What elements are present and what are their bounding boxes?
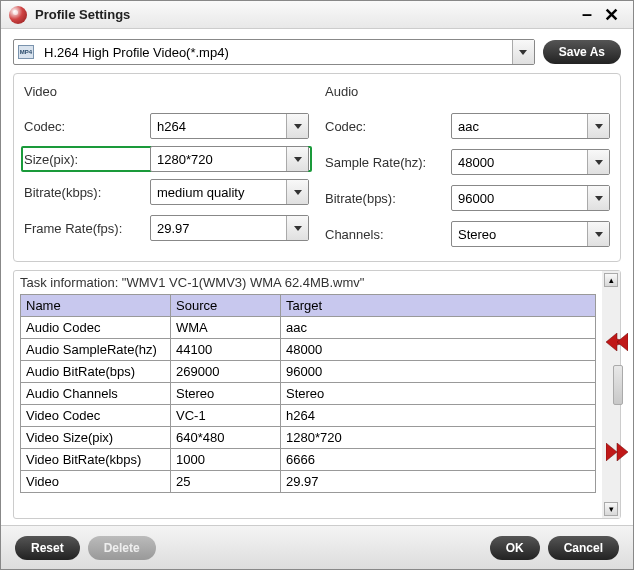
table-cell: Stereo — [171, 383, 281, 405]
content: MP4 H.264 High Profile Video(*.mp4) Save… — [1, 29, 633, 525]
video-size-label: Size(pix): — [24, 152, 150, 167]
table-cell: Video — [21, 471, 171, 493]
delete-button[interactable]: Delete — [88, 536, 156, 560]
table-cell: 25 — [171, 471, 281, 493]
table-row: Audio BitRate(bps)26900096000 — [21, 361, 596, 383]
table-cell: 29.97 — [281, 471, 596, 493]
video-fps-label: Frame Rate(fps): — [24, 221, 150, 236]
chevron-down-icon[interactable] — [286, 180, 308, 204]
video-size-select[interactable]: 1280*720 — [150, 146, 309, 172]
window-title: Profile Settings — [35, 7, 130, 22]
audio-bitrate-select[interactable]: 96000 — [451, 185, 610, 211]
svg-marker-11 — [606, 443, 617, 461]
task-info-panel: Task information: "WMV1 VC-1(WMV3) WMA 6… — [13, 270, 621, 519]
table-cell: Audio SampleRate(hz) — [21, 339, 171, 361]
reset-button[interactable]: Reset — [15, 536, 80, 560]
table-cell: WMA — [171, 317, 281, 339]
table-cell: 6666 — [281, 449, 596, 471]
svg-marker-0 — [519, 50, 527, 55]
profile-select[interactable]: MP4 H.264 High Profile Video(*.mp4) — [13, 39, 535, 65]
table-row: Video BitRate(kbps)10006666 — [21, 449, 596, 471]
task-col-name: Name — [21, 295, 171, 317]
chevron-down-icon[interactable] — [286, 114, 308, 138]
table-cell: VC-1 — [171, 405, 281, 427]
minimize-icon[interactable]: – — [576, 4, 598, 25]
save-as-button[interactable]: Save As — [543, 40, 621, 64]
task-scrollbar[interactable]: ▴ ▾ — [602, 271, 620, 518]
table-cell: h264 — [281, 405, 596, 427]
audio-channels-label: Channels: — [325, 227, 451, 242]
table-cell: Video BitRate(kbps) — [21, 449, 171, 471]
table-cell: Audio BitRate(bps) — [21, 361, 171, 383]
task-col-target: Target — [281, 295, 596, 317]
chevron-down-icon[interactable] — [286, 147, 308, 171]
table-cell: 269000 — [171, 361, 281, 383]
bottom-bar: Reset Delete OK Cancel — [1, 525, 633, 569]
svg-marker-3 — [294, 190, 302, 195]
svg-marker-1 — [294, 124, 302, 129]
app-icon — [9, 6, 27, 24]
task-inner: Task information: "WMV1 VC-1(WMV3) WMA 6… — [14, 271, 602, 518]
table-row: Audio SampleRate(hz)4410048000 — [21, 339, 596, 361]
next-task-icon[interactable] — [606, 447, 628, 464]
table-cell: Video Codec — [21, 405, 171, 427]
table-row: Audio ChannelsStereoStereo — [21, 383, 596, 405]
task-col-source: Source — [171, 295, 281, 317]
chevron-down-icon[interactable] — [587, 222, 609, 246]
chevron-down-icon[interactable] — [587, 150, 609, 174]
task-title: Task information: "WMV1 VC-1(WMV3) WMA 6… — [20, 275, 596, 290]
window: Profile Settings – ✕ MP4 H.264 High Prof… — [0, 0, 634, 570]
video-bitrate-select[interactable]: medium quality — [150, 179, 309, 205]
prev-task-icon[interactable] — [606, 337, 628, 354]
svg-marker-5 — [595, 124, 603, 129]
audio-section-label: Audio — [325, 84, 610, 99]
profile-select-text: H.264 High Profile Video(*.mp4) — [38, 45, 512, 60]
table-cell: 96000 — [281, 361, 596, 383]
video-bitrate-label: Bitrate(kbps): — [24, 185, 150, 200]
settings-panel: Video Codec: h264 Size(pix): 1280*720 Bi… — [13, 73, 621, 262]
scroll-down-icon[interactable]: ▾ — [604, 502, 618, 516]
table-cell: 1000 — [171, 449, 281, 471]
svg-marker-12 — [617, 443, 628, 461]
svg-marker-10 — [617, 333, 628, 351]
table-cell: 1280*720 — [281, 427, 596, 449]
audio-channels-select[interactable]: Stereo — [451, 221, 610, 247]
audio-bitrate-label: Bitrate(bps): — [325, 191, 451, 206]
svg-marker-2 — [294, 157, 302, 162]
table-row: Video Size(pix)640*4801280*720 — [21, 427, 596, 449]
scroll-thumb[interactable] — [613, 365, 623, 405]
table-cell: Stereo — [281, 383, 596, 405]
audio-codec-select[interactable]: aac — [451, 113, 610, 139]
scroll-up-icon[interactable]: ▴ — [604, 273, 618, 287]
profile-codec-icon: MP4 — [18, 45, 34, 59]
table-cell: Video Size(pix) — [21, 427, 171, 449]
svg-marker-6 — [595, 160, 603, 165]
table-cell: 640*480 — [171, 427, 281, 449]
ok-button[interactable]: OK — [490, 536, 540, 560]
chevron-down-icon[interactable] — [512, 40, 534, 64]
titlebar: Profile Settings – ✕ — [1, 1, 633, 29]
chevron-down-icon[interactable] — [587, 186, 609, 210]
cancel-button[interactable]: Cancel — [548, 536, 619, 560]
audio-samplerate-select[interactable]: 48000 — [451, 149, 610, 175]
table-cell: Audio Codec — [21, 317, 171, 339]
chevron-down-icon[interactable] — [587, 114, 609, 138]
audio-samplerate-label: Sample Rate(hz): — [325, 155, 451, 170]
task-table: Name Source Target Audio CodecWMAaacAudi… — [20, 294, 596, 493]
svg-marker-4 — [294, 226, 302, 231]
table-cell: aac — [281, 317, 596, 339]
close-icon[interactable]: ✕ — [598, 4, 625, 26]
audio-codec-label: Codec: — [325, 119, 451, 134]
video-codec-select[interactable]: h264 — [150, 113, 309, 139]
chevron-down-icon[interactable] — [286, 216, 308, 240]
table-cell: 48000 — [281, 339, 596, 361]
video-fps-select[interactable]: 29.97 — [150, 215, 309, 241]
video-section-label: Video — [24, 84, 309, 99]
video-codec-label: Codec: — [24, 119, 150, 134]
table-row: Video CodecVC-1h264 — [21, 405, 596, 427]
svg-marker-8 — [595, 232, 603, 237]
table-cell: Audio Channels — [21, 383, 171, 405]
table-row: Audio CodecWMAaac — [21, 317, 596, 339]
table-row: Video2529.97 — [21, 471, 596, 493]
svg-marker-7 — [595, 196, 603, 201]
